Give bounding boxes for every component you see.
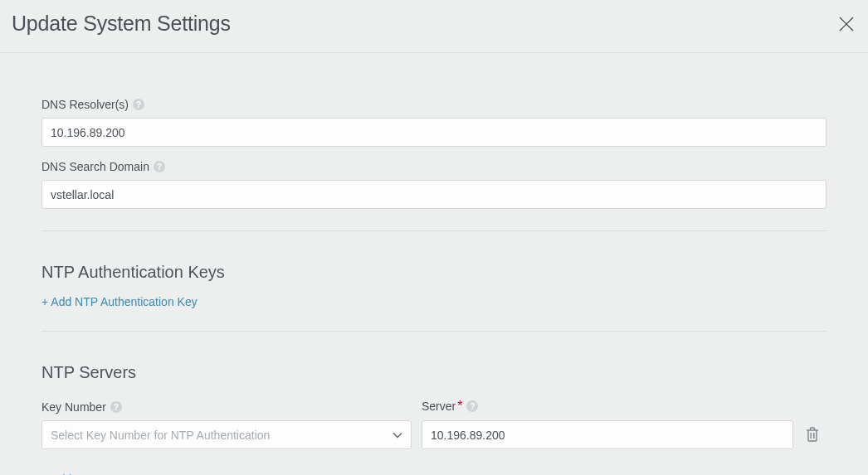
ntp-servers-heading: NTP Servers [41,363,827,382]
dns-resolvers-field: DNS Resolver(s) ? [41,98,827,147]
key-number-label: Key Number [41,400,106,414]
dns-search-domain-label: DNS Search Domain [41,160,149,173]
add-ntp-auth-key-link[interactable]: + Add NTP Authentication Key [41,295,197,308]
close-button[interactable] [836,14,856,34]
server-input[interactable] [422,420,793,449]
key-number-placeholder: Select Key Number for NTP Authentication [51,429,270,442]
help-icon[interactable]: ? [466,400,478,412]
ntp-server-row: Key Number ? Select Key Number for NTP A… [41,399,827,449]
section-divider [41,331,827,332]
dns-section: DNS Resolver(s) ? DNS Search Domain ? [41,98,827,231]
server-field: Server * ? [422,399,793,449]
close-icon [838,16,855,32]
ntp-auth-heading: NTP Authentication Keys [41,263,827,282]
ntp-auth-section: NTP Authentication Keys + Add NTP Authen… [41,263,827,332]
dns-search-domain-field: DNS Search Domain ? [41,160,827,209]
key-number-field: Key Number ? Select Key Number for NTP A… [41,400,412,449]
server-label: Server [422,400,456,413]
modal-content: DNS Resolver(s) ? DNS Search Domain ? NT… [0,98,868,475]
modal-header: Update System Settings [0,0,868,53]
help-icon[interactable]: ? [154,161,165,172]
dns-resolvers-input[interactable] [41,118,827,147]
help-icon[interactable]: ? [133,99,144,110]
help-icon[interactable]: ? [110,401,122,413]
trash-icon [805,426,820,443]
dns-search-domain-input[interactable] [41,180,827,209]
dns-resolvers-label: DNS Resolver(s) [41,98,129,111]
required-indicator: * [457,399,462,414]
key-number-select[interactable]: Select Key Number for NTP Authentication [41,420,412,449]
modal-title: Update System Settings [12,12,231,36]
delete-ntp-server-button[interactable] [803,425,822,443]
ntp-servers-section: NTP Servers Key Number ? Select Key Numb… [41,363,827,475]
section-divider [41,230,827,231]
